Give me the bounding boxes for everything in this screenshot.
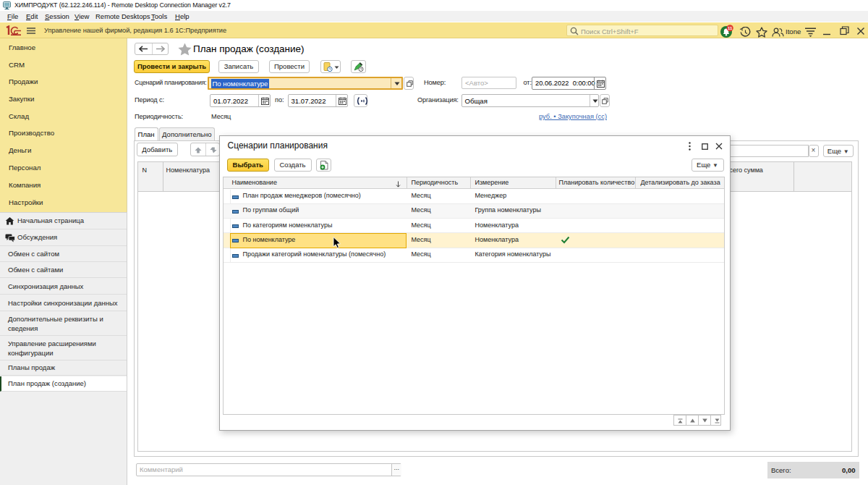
svg-text:11: 11 — [728, 26, 733, 30]
